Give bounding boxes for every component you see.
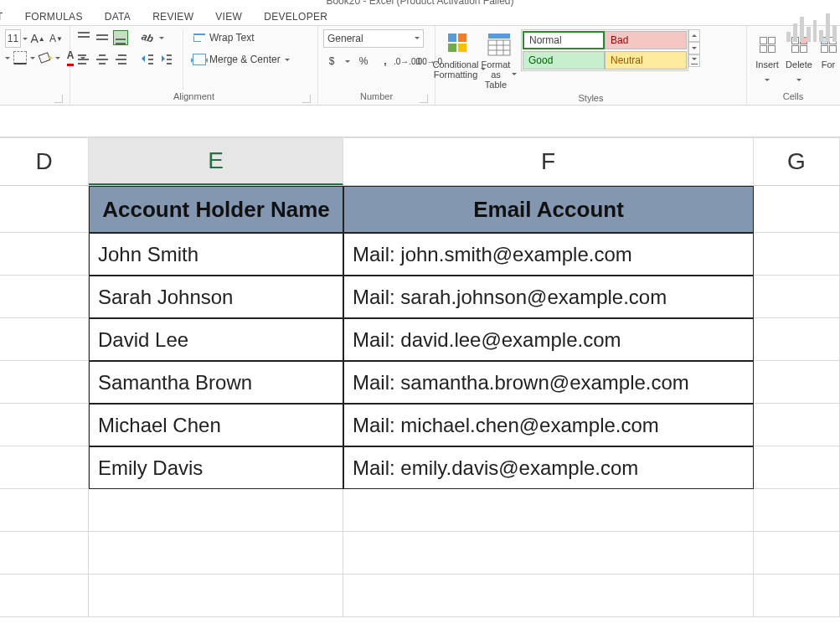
align-top-button[interactable] (75, 29, 92, 46)
worksheet-grid[interactable]: Account Holder Name Email Account John S… (0, 186, 840, 617)
group-alignment: ab Wrap Text (70, 26, 318, 105)
cell[interactable] (343, 489, 754, 532)
style-good[interactable]: Good (523, 51, 605, 70)
cell[interactable] (0, 186, 89, 233)
cell-email[interactable]: Mail: michael.chen@example.com (343, 404, 754, 446)
font-size-input[interactable]: 11 (5, 29, 21, 48)
cell-email[interactable]: Mail: emily.davis@example.com (343, 446, 754, 489)
tab-view[interactable]: VIEW (215, 11, 242, 23)
conditional-formatting-button[interactable]: Conditional Formatting (441, 29, 477, 81)
cell[interactable] (0, 276, 89, 318)
svg-rect-1 (458, 34, 466, 42)
cell-styles-gallery[interactable]: Normal Bad Good Neutral (521, 29, 688, 71)
tab-t[interactable]: T (0, 11, 3, 23)
increase-font-size-button[interactable]: A▲ (29, 30, 46, 47)
cell[interactable] (754, 404, 840, 446)
cell[interactable] (89, 575, 343, 617)
cell-email[interactable]: Mail: david.lee@example.com (343, 318, 754, 361)
align-left-button[interactable] (75, 51, 92, 68)
insert-button[interactable]: Insert (752, 29, 782, 90)
cell[interactable] (754, 361, 840, 404)
cell[interactable] (343, 575, 754, 617)
cell[interactable] (754, 575, 840, 617)
cell[interactable] (754, 186, 840, 233)
cell-name[interactable]: Sarah Johnson (89, 276, 343, 318)
cell[interactable] (754, 233, 840, 276)
cell[interactable] (0, 318, 89, 361)
cell[interactable] (754, 446, 840, 489)
cell[interactable] (0, 233, 89, 276)
borders-dropdown-icon[interactable] (30, 49, 35, 66)
gallery-more-button[interactable] (688, 54, 700, 67)
number-dialog-launcher-icon[interactable] (420, 95, 428, 103)
fill-color-button[interactable] (37, 49, 54, 66)
col-header-G[interactable]: G (754, 137, 840, 185)
alignment-dialog-launcher-icon[interactable] (302, 95, 311, 103)
tab-developer[interactable]: DEVELOPER (264, 11, 327, 23)
align-bottom-button[interactable] (112, 29, 129, 46)
cell[interactable] (89, 489, 343, 532)
cell[interactable] (0, 489, 89, 532)
wrap-text-label: Wrap Text (209, 32, 255, 44)
cell[interactable] (0, 404, 89, 446)
cell[interactable] (754, 532, 840, 575)
cell[interactable] (343, 532, 754, 575)
align-center-button[interactable] (94, 51, 111, 68)
tab-formulas[interactable]: FORMULAS (25, 11, 83, 23)
percent-format-button[interactable]: % (355, 53, 372, 70)
insert-dropdown-icon[interactable] (763, 71, 771, 88)
cell-name[interactable]: David Lee (89, 318, 343, 361)
cell-name[interactable]: John Smith (89, 233, 343, 276)
align-middle-button[interactable] (94, 29, 111, 46)
accounting-format-button[interactable]: $ (323, 53, 340, 70)
cell[interactable] (754, 489, 840, 532)
decrease-font-size-button[interactable]: A▼ (48, 30, 64, 47)
merge-center-dropdown-icon[interactable] (283, 51, 291, 68)
fill-color-dropdown-icon[interactable] (55, 49, 60, 66)
align-right-button[interactable] (112, 51, 129, 68)
cell[interactable] (0, 532, 89, 575)
cell-email[interactable]: Mail: john.smith@example.com (343, 233, 754, 276)
cell-name[interactable]: Samantha Brown (89, 361, 343, 404)
delete-dropdown-icon[interactable] (795, 71, 803, 88)
style-neutral[interactable]: Neutral (605, 51, 687, 70)
merge-center-button[interactable]: Merge & Center (192, 51, 281, 68)
font-color-icon: A (67, 49, 75, 66)
wrap-text-button[interactable]: Wrap Text (192, 29, 255, 46)
cell[interactable] (89, 532, 343, 575)
tab-data[interactable]: DATA (105, 11, 131, 23)
header-email[interactable]: Email Account (343, 186, 754, 233)
cell-name[interactable]: Michael Chen (89, 404, 343, 446)
orientation-dropdown-icon[interactable] (157, 29, 166, 46)
font-dialog-launcher-icon[interactable] (54, 95, 63, 103)
font-size-dropdown-icon[interactable] (23, 30, 28, 47)
col-header-F[interactable]: F (343, 137, 754, 185)
borders-button[interactable] (12, 49, 28, 66)
cut-dropdown-icon[interactable] (5, 49, 10, 66)
increase-decimal-button[interactable]: .0→.00 (399, 53, 415, 70)
orientation-button[interactable]: ab (139, 29, 156, 46)
comma-format-button[interactable]: , (377, 53, 394, 70)
cell-email[interactable]: Mail: samantha.brown@example.com (343, 361, 754, 404)
style-normal[interactable]: Normal (523, 31, 605, 49)
tab-review[interactable]: REVIEW (152, 11, 193, 23)
gallery-up-button[interactable] (688, 29, 700, 42)
format-as-table-button[interactable]: Format as Table (481, 29, 518, 91)
header-name[interactable]: Account Holder Name (89, 186, 343, 233)
cell-email[interactable]: Mail: sarah.johnson@example.com (343, 276, 754, 318)
cell[interactable] (754, 318, 840, 361)
number-format-select[interactable]: General (323, 29, 424, 48)
cell[interactable] (0, 575, 89, 617)
cell[interactable] (0, 446, 89, 489)
cell[interactable] (754, 276, 840, 318)
decrease-indent-button[interactable] (139, 51, 156, 68)
cell[interactable] (0, 361, 89, 404)
gallery-down-button[interactable] (688, 42, 700, 54)
style-bad[interactable]: Bad (605, 31, 687, 49)
empty-row (0, 532, 840, 575)
col-header-D[interactable]: D (0, 137, 89, 185)
accounting-dropdown-icon[interactable] (345, 53, 350, 70)
increase-indent-button[interactable] (157, 51, 174, 68)
cell-name[interactable]: Emily Davis (89, 446, 343, 489)
col-header-E[interactable]: E (89, 137, 343, 185)
